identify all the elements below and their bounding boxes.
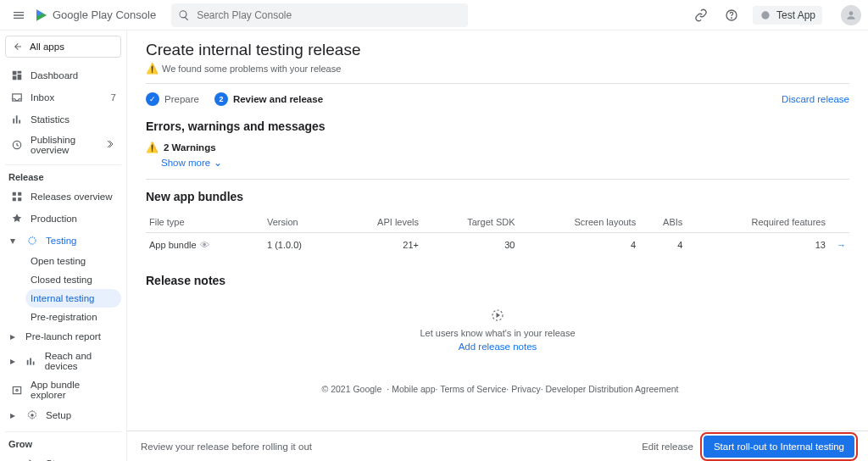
legal-link[interactable]: Mobile app — [392, 384, 435, 394]
col-sdk: Target SDK — [422, 212, 518, 233]
check-icon: ✓ — [146, 92, 159, 106]
legal-link[interactable]: Terms of Service — [440, 384, 506, 394]
svg-rect-10 — [13, 94, 22, 101]
store-icon — [25, 457, 39, 461]
sidebar-item-releases-overview[interactable]: Releases overview — [5, 186, 121, 208]
page-title: Create internal testing release — [146, 41, 849, 59]
sidebar-item-store-presence[interactable]: ▾ Store presence — [5, 453, 121, 461]
stepper: ✓ Prepare 2 Review and release Discard r… — [146, 92, 849, 106]
caret-down-icon: ▾ — [10, 458, 19, 461]
top-bar: Google Play Console Test App — [0, 0, 868, 31]
col-filetype: File type — [146, 212, 264, 233]
svg-rect-22 — [32, 362, 34, 365]
all-apps-button[interactable]: All apps — [5, 36, 121, 58]
sidebar-item-inbox[interactable]: Inbox 7 — [5, 86, 121, 108]
sidebar-item-reach[interactable]: ▸ Reach and devices — [5, 347, 121, 375]
link-icon-button[interactable] — [692, 6, 710, 25]
caret-right-icon: ▸ — [10, 409, 19, 421]
bundles-table: File type Version API levels Target SDK … — [146, 212, 849, 257]
sidebar-item-label: Pre-launch report — [25, 331, 101, 342]
hamburger-menu[interactable] — [7, 3, 31, 27]
svg-rect-6 — [13, 71, 17, 75]
notes-icon — [146, 308, 849, 325]
footer-legal: © 2021 Google· Mobile app· Terms of Serv… — [146, 384, 849, 428]
sidebar-item-internal-testing[interactable]: Internal testing — [25, 289, 121, 308]
visibility-icon: 👁 — [200, 240, 209, 250]
sidebar-item-label: Reach and devices — [45, 351, 116, 371]
problem-text: We found some problems with your release — [162, 64, 341, 74]
notes-empty-text: Let users know what's in your release — [146, 328, 849, 338]
caret-right-icon: ▸ — [10, 355, 18, 367]
sidebar: All apps Dashboard Inbox 7 Statistics Pu… — [0, 31, 127, 461]
caret-down-icon: ▾ — [10, 235, 19, 247]
sidebar-item-setup[interactable]: ▸ Setup — [5, 404, 121, 426]
show-more-link[interactable]: Show more ⌄ — [161, 157, 849, 169]
cell-abis: 4 — [639, 233, 686, 258]
search-input[interactable] — [197, 9, 461, 21]
search-box[interactable] — [171, 3, 468, 27]
product-logo[interactable]: Google Play Console — [34, 8, 156, 23]
sidebar-item-label: Dashboard — [31, 70, 78, 81]
svg-marker-28 — [497, 313, 501, 318]
sidebar-item-label: App bundle explorer — [31, 380, 116, 400]
warnings-count: 2 Warnings — [164, 142, 216, 153]
bottom-action-bar: Review your release before rolling it ou… — [127, 430, 868, 461]
sidebar-item-label: Pre-registration — [31, 312, 97, 322]
step-label: Prepare — [164, 94, 199, 104]
inbox-icon — [10, 91, 24, 104]
start-rollout-button[interactable]: Start roll-out to Internal testing — [704, 436, 854, 458]
sidebar-item-pre-registration[interactable]: Pre-registration — [25, 308, 121, 326]
sidebar-item-bundle-explorer[interactable]: App bundle explorer — [5, 375, 121, 404]
cell-api: 21+ — [337, 233, 422, 258]
app-name: Test App — [776, 9, 815, 21]
sidebar-item-closed-testing[interactable]: Closed testing — [25, 270, 121, 289]
devices-icon — [25, 354, 38, 368]
edit-release-link[interactable]: Edit release — [642, 442, 693, 452]
row-arrow-button[interactable]: → — [837, 240, 846, 250]
menu-icon — [12, 8, 25, 22]
stats-icon — [10, 113, 24, 126]
svg-rect-18 — [18, 197, 21, 201]
col-features: Required features — [686, 212, 829, 233]
sidebar-item-label: Statistics — [31, 114, 70, 125]
app-switcher[interactable]: Test App — [753, 6, 822, 25]
sidebar-item-label: Internal testing — [31, 293, 94, 303]
svg-rect-7 — [18, 71, 22, 74]
notes-heading: Release notes — [146, 274, 849, 287]
sidebar-item-label: Releases overview — [31, 192, 113, 202]
svg-rect-9 — [13, 76, 17, 81]
sidebar-item-production[interactable]: Production — [5, 208, 121, 230]
user-avatar[interactable] — [841, 5, 861, 25]
bottom-hint: Review your release before rolling it ou… — [141, 442, 312, 452]
sidebar-item-testing[interactable]: ▾ Testing — [5, 230, 121, 252]
legal-link[interactable]: Privacy — [511, 384, 540, 394]
step-prepare[interactable]: ✓ Prepare — [146, 92, 199, 106]
play-triangle-icon — [34, 8, 49, 23]
android-icon — [760, 9, 771, 21]
table-row[interactable]: App bundle 👁 1 (1.0.0) 21+ 30 4 4 13 → — [146, 233, 849, 258]
step-review[interactable]: 2 Review and release — [214, 92, 323, 106]
discard-release-link[interactable]: Discard release — [782, 94, 849, 104]
caret-right-icon: ▸ — [10, 330, 19, 342]
link-icon — [694, 8, 708, 22]
legal-link[interactable]: Developer Distribution Agreement — [545, 384, 678, 394]
publish-icon — [10, 138, 24, 152]
flask-icon — [25, 234, 39, 247]
bundles-heading: New app bundles — [146, 190, 849, 203]
cell-layouts: 4 — [519, 233, 640, 258]
rocket-icon — [10, 212, 24, 225]
add-release-notes-link[interactable]: Add release notes — [459, 342, 537, 352]
svg-rect-8 — [18, 75, 22, 80]
svg-rect-20 — [26, 360, 28, 365]
problem-banner: ⚠️ We found some problems with your rele… — [146, 63, 849, 75]
step-number-icon: 2 — [214, 92, 228, 106]
sidebar-item-open-testing[interactable]: Open testing — [25, 252, 121, 270]
sidebar-item-prelaunch[interactable]: ▸ Pre-launch report — [5, 326, 121, 347]
cell-sdk: 30 — [422, 233, 518, 258]
help-button[interactable] — [722, 6, 741, 25]
copyright: © 2021 Google — [322, 384, 382, 394]
sidebar-item-statistics[interactable]: Statistics — [5, 108, 121, 131]
svg-rect-16 — [18, 192, 21, 196]
sidebar-item-dashboard[interactable]: Dashboard — [5, 64, 121, 86]
sidebar-item-publishing[interactable]: Publishing overview — [5, 131, 121, 159]
